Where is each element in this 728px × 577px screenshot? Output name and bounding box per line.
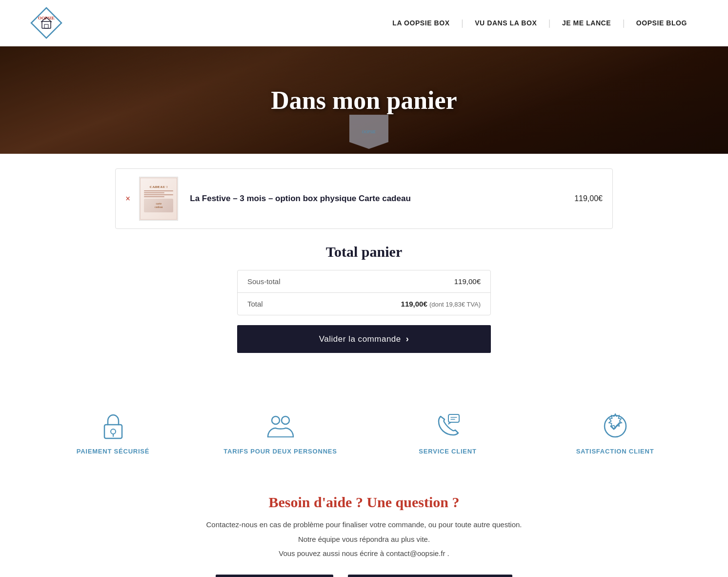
contact-button[interactable]: CONTACTER LE SERVICE CLIENT <box>348 575 512 577</box>
users-icon <box>266 412 295 441</box>
svg-rect-2 <box>42 21 51 28</box>
hero-banner: Dans mon panier OOPSIE <box>0 46 728 154</box>
nav-oopsie-blog[interactable]: OOPSIE BLOG <box>625 19 699 27</box>
remove-item-button[interactable]: × <box>125 194 130 203</box>
nav-la-oopsie-box[interactable]: LA OOPSIE BOX <box>381 19 461 27</box>
svg-point-13 <box>605 415 626 437</box>
checkout-label: Valider la commande <box>319 334 401 344</box>
cart-item: × CADEAU ! cartecadeau La Festive – 3 mo… <box>115 168 613 229</box>
tva-note: (dont 19,83€ TVA) <box>429 301 481 308</box>
total-value: 119,00€ (dont 19,83€ TVA) <box>401 300 481 308</box>
main-content: × CADEAU ! cartecadeau La Festive – 3 mo… <box>96 154 632 387</box>
product-price: 119,00€ <box>574 194 603 203</box>
product-thumbnail: CADEAU ! cartecadeau <box>139 177 178 221</box>
phone-chat-icon <box>433 412 463 441</box>
subtotal-label: Sous-total <box>247 277 281 286</box>
badge-check-icon <box>601 412 630 441</box>
total-row: Total 119,00€ (dont 19,83€ TVA) <box>238 293 490 315</box>
tarifs-deux-personnes-label: TARIFS POUR DEUX PERSONNES <box>223 448 337 455</box>
page-title: Dans mon panier <box>271 86 457 115</box>
svg-text:OOPSIE: OOPSIE <box>38 16 55 21</box>
header: OOPSIE LA OOPSIE BOX | VU DANS LA BOX | … <box>0 0 728 46</box>
nav-je-me-lance[interactable]: JE ME LANCE <box>550 19 623 27</box>
nav-vu-dans-la-box[interactable]: VU DANS LA BOX <box>463 19 548 27</box>
feature-paiement-securise: PAIEMENT SÉCURISÉ <box>29 412 197 455</box>
svg-text:OOPSIE: OOPSIE <box>362 130 376 134</box>
hero-tag: OOPSIE <box>349 115 388 149</box>
logo[interactable]: OOPSIE <box>29 6 63 40</box>
help-title: Besoin d'aide ? Une question ? <box>29 494 699 511</box>
feature-tarifs-deux-personnes: TARIFS POUR DEUX PERSONNES <box>197 412 364 455</box>
features-bar: PAIEMENT SÉCURISÉ TARIFS POUR DEUX PERSO… <box>0 387 728 474</box>
svg-point-9 <box>282 416 289 424</box>
subtotal-value: 119,00€ <box>454 277 481 286</box>
feature-service-client: SERVICE CLIENT <box>364 412 531 455</box>
total-amount: 119,00€ <box>401 300 427 308</box>
help-line-1: Contactez-nous en cas de problème pour f… <box>29 518 699 531</box>
svg-marker-0 <box>31 8 61 38</box>
service-client-label: SERVICE CLIENT <box>419 448 476 455</box>
subtotal-row: Sous-total 119,00€ <box>238 270 490 293</box>
help-line-3: Vous pouvez aussi nous écrire à contact@… <box>29 547 699 560</box>
lock-icon <box>99 412 128 441</box>
main-nav: LA OOPSIE BOX | VU DANS LA BOX | JE ME L… <box>381 18 699 28</box>
product-name: La Festive – 3 mois – option box physiqu… <box>190 194 574 204</box>
feature-satisfaction-client: SATISFACTION CLIENT <box>531 412 699 455</box>
svg-rect-10 <box>448 414 459 422</box>
cart-total-section: Total panier Sous-total 119,00€ Total 11… <box>237 244 491 353</box>
svg-point-6 <box>111 429 116 434</box>
paiement-securise-label: PAIEMENT SÉCURISÉ <box>77 448 150 455</box>
satisfaction-client-label: SATISFACTION CLIENT <box>576 448 654 455</box>
svg-point-8 <box>272 416 280 424</box>
total-label: Total <box>247 300 263 308</box>
svg-rect-3 <box>44 24 48 28</box>
faq-button[interactable]: ? CONSULTER LA FAQ <box>216 575 333 577</box>
total-title: Total panier <box>237 244 491 260</box>
checkout-button[interactable]: Valider la commande › <box>237 325 491 353</box>
help-line-2: Notre équipe vous répondra au plus vite. <box>29 533 699 546</box>
help-section: Besoin d'aide ? Une question ? Contactez… <box>0 474 728 577</box>
checkout-chevron-icon: › <box>406 334 409 344</box>
total-table: Sous-total 119,00€ Total 119,00€ (dont 1… <box>237 270 491 315</box>
help-buttons: ? CONSULTER LA FAQ CONTACTER LE SERVICE … <box>29 575 699 577</box>
